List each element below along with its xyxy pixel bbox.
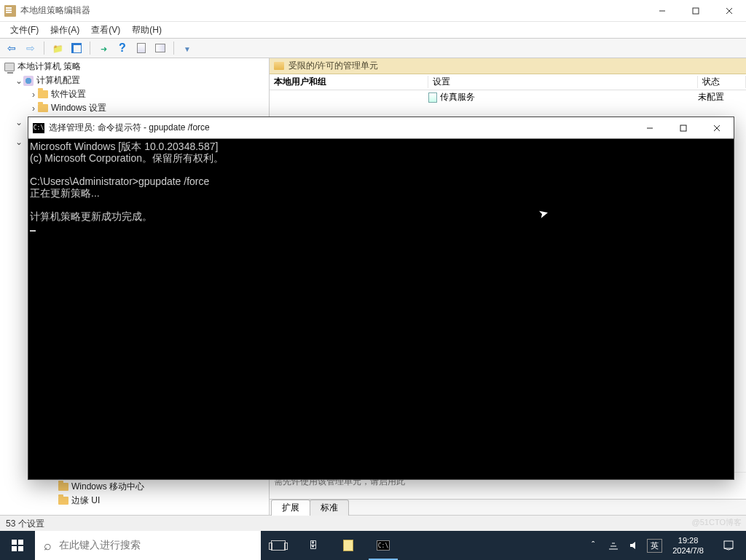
- gpedit-titlebar[interactable]: 本地组策略编辑器: [0, 0, 746, 22]
- cmd-minimize-button[interactable]: [633, 117, 667, 139]
- cmd-line: 计算机策略更新成功完成。: [30, 210, 152, 222]
- menu-view[interactable]: 查看(V): [85, 23, 126, 38]
- cmd-line: Microsoft Windows [版本 10.0.20348.587]: [30, 141, 218, 152]
- cmd-close-button[interactable]: [700, 117, 734, 139]
- toolbar-forward-button[interactable]: [22, 40, 39, 56]
- cmd-body[interactable]: Microsoft Windows [版本 10.0.20348.587] (c…: [28, 139, 734, 479]
- menu-file[interactable]: 文件(F): [4, 23, 44, 38]
- chevron-right-icon[interactable]: ›: [29, 103, 38, 114]
- system-tray: ˆ 英 19:28 2024/7/8: [585, 531, 746, 560]
- chevron-down-icon[interactable]: ⌄: [15, 76, 23, 86]
- tab-extended[interactable]: 扩展: [271, 500, 310, 516]
- search-icon: [44, 538, 52, 553]
- tree-root-label: 本地计算机 策略: [17, 60, 81, 73]
- taskbar-items: C:\: [261, 531, 401, 560]
- toolbar-export-button[interactable]: [95, 40, 112, 56]
- task-notepad[interactable]: [331, 531, 366, 560]
- cmd-title: 选择管理员: 命令提示符 - gpupdate /force: [49, 122, 210, 134]
- chevron-down-icon[interactable]: ⌄: [15, 137, 23, 147]
- ime-label: 英: [647, 539, 662, 553]
- config-icon: [23, 76, 34, 86]
- gpedit-statusbar: 53 个设置: [0, 515, 746, 531]
- gpedit-title: 本地组策略编辑器: [20, 4, 90, 17]
- cmd-window[interactable]: C:\ 选择管理员: 命令提示符 - gpupdate /force Micro…: [28, 117, 734, 480]
- toolbar-back-button[interactable]: [3, 40, 20, 56]
- gpedit-app-icon: [4, 5, 16, 17]
- taskbar-search[interactable]: 在此键入进行搜索: [35, 531, 261, 560]
- clock-time: 19:28: [672, 535, 704, 545]
- chevron-right-icon[interactable]: ›: [29, 90, 38, 100]
- col-setting[interactable]: 设置: [428, 76, 698, 88]
- gpedit-menubar: 文件(F) 操作(A) 查看(V) 帮助(H): [0, 22, 746, 38]
- task-cmd[interactable]: C:\: [366, 531, 401, 560]
- gpedit-right-header-label: 受限的/许可的管理单元: [288, 60, 378, 72]
- gpedit-tabs: 扩展 标准: [270, 499, 746, 515]
- gpedit-right-header: 受限的/许可的管理单元: [270, 58, 746, 74]
- task-server-manager[interactable]: [296, 531, 331, 560]
- watermark: @51CTO博客: [692, 517, 742, 528]
- notification-center-button[interactable]: [714, 540, 743, 551]
- toolbar-separator: [90, 42, 90, 55]
- search-placeholder: 在此键入进行搜索: [59, 539, 141, 552]
- toolbar-up-button[interactable]: [49, 40, 66, 56]
- computer-icon: [4, 63, 15, 71]
- toolbar-separator: [173, 42, 174, 55]
- gpedit-maximize-button[interactable]: [679, 0, 712, 22]
- cmd-prompt: C:\Users\Administrator>: [30, 176, 138, 187]
- cmd-icon: C:\: [33, 123, 44, 133]
- clock-date: 2024/7/8: [672, 545, 704, 556]
- tree-software-settings[interactable]: ›软件设置: [0, 87, 269, 101]
- tree-label: Windows 设置: [51, 102, 106, 114]
- tray-volume-icon[interactable]: [626, 540, 642, 551]
- gpedit-close-button[interactable]: [712, 0, 746, 22]
- list-row-setting: 传真服务: [440, 92, 475, 102]
- toolbar-show-hide-button[interactable]: [68, 40, 85, 56]
- toolbar-list-button[interactable]: [152, 40, 169, 56]
- tree-windows-mobile[interactable]: Windows 移动中心: [0, 480, 269, 494]
- tray-ime-button[interactable]: 英: [646, 539, 662, 553]
- tray-network-icon[interactable]: [605, 540, 621, 551]
- windows-logo-icon: [12, 540, 23, 551]
- taskbar-clock[interactable]: 19:28 2024/7/8: [667, 535, 710, 556]
- list-row[interactable]: 传真服务 未配置: [270, 90, 746, 104]
- server-icon: [309, 540, 318, 551]
- cmd-titlebar[interactable]: C:\ 选择管理员: 命令提示符 - gpupdate /force: [28, 117, 734, 139]
- tray-overflow-button[interactable]: ˆ: [585, 540, 601, 551]
- tree-windows-settings[interactable]: ›Windows 设置: [0, 101, 269, 115]
- cmd-line: 正在更新策略...: [30, 187, 100, 199]
- taskview-icon: [271, 540, 286, 551]
- col-title[interactable]: 本地用户和组: [270, 76, 428, 88]
- gpedit-window-controls: [645, 0, 746, 22]
- cmd-cursor: [30, 230, 36, 232]
- cmd-taskbar-icon: C:\: [377, 540, 390, 551]
- tree-computer-config[interactable]: ⌄计算机配置: [0, 74, 269, 87]
- cmd-window-controls: [633, 117, 734, 139]
- folder-icon: [58, 483, 68, 491]
- toolbar-properties-button[interactable]: [133, 40, 150, 56]
- menu-action[interactable]: 操作(A): [44, 23, 85, 38]
- folder-icon: [38, 104, 48, 112]
- folder-open-icon: [274, 62, 284, 70]
- notepad-icon: [343, 540, 353, 551]
- gpedit-minimize-button[interactable]: [645, 0, 679, 22]
- toolbar-filter-button[interactable]: [178, 40, 196, 56]
- tree-root[interactable]: 本地计算机 策略: [0, 60, 269, 74]
- tree-edge-ui[interactable]: 边缘 UI: [0, 494, 269, 508]
- chevron-down-icon[interactable]: ⌄: [15, 117, 23, 127]
- folder-icon: [38, 90, 48, 98]
- gpedit-toolbar: [0, 38, 746, 58]
- menu-help[interactable]: 帮助(H): [126, 23, 168, 38]
- tree-label: 边缘 UI: [71, 494, 100, 507]
- col-state[interactable]: 状态: [698, 76, 746, 88]
- tab-standard[interactable]: 标准: [310, 500, 349, 516]
- cmd-line: (c) Microsoft Corporation。保留所有权利。: [30, 152, 224, 164]
- mouse-cursor-icon: ➤: [537, 207, 549, 221]
- svg-rect-5: [680, 125, 686, 131]
- start-button[interactable]: [0, 531, 35, 560]
- toolbar-help-button[interactable]: [114, 40, 131, 56]
- tree-label: 软件设置: [51, 88, 86, 100]
- cmd-maximize-button[interactable]: [667, 117, 700, 139]
- taskview-button[interactable]: [261, 531, 296, 560]
- taskbar: 在此键入进行搜索 C:\ ˆ 英 19:28 2024/7/8: [0, 531, 746, 560]
- toolbar-separator: [44, 42, 44, 55]
